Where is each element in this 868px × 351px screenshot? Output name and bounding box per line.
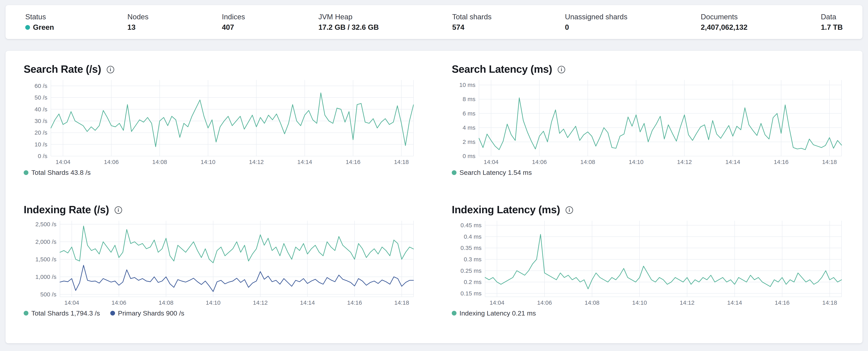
chart-title: Indexing Rate (/s) <box>24 204 109 215</box>
svg-text:14:12: 14:12 <box>249 159 264 165</box>
legend-item: Primary Shards 900 /s <box>110 309 184 317</box>
stat-nodes: Nodes 13 <box>127 13 149 31</box>
stat-label: Unassigned shards <box>565 13 627 21</box>
legend-dot-icon <box>24 170 28 175</box>
search-latency-plot[interactable]: 0 ms2 ms4 ms6 ms8 ms10 ms14:0414:0614:08… <box>452 80 844 166</box>
stat-status: Status Green <box>25 13 54 31</box>
svg-text:14:04: 14:04 <box>490 300 504 306</box>
svg-text:2 ms: 2 ms <box>463 139 475 145</box>
chart-title: Search Rate (/s) <box>24 64 101 75</box>
svg-text:14:12: 14:12 <box>253 300 268 306</box>
svg-text:14:16: 14:16 <box>346 159 361 165</box>
legend-item: Search Latency 1.54 ms <box>452 169 532 176</box>
chart-header: Search Rate (/s) i <box>24 64 416 75</box>
svg-text:0.2 ms: 0.2 ms <box>464 279 482 285</box>
svg-text:14:18: 14:18 <box>394 300 409 306</box>
svg-text:14:14: 14:14 <box>727 300 742 306</box>
svg-text:14:10: 14:10 <box>206 300 221 306</box>
svg-text:8 ms: 8 ms <box>463 96 475 103</box>
chart-header: Indexing Rate (/s) i <box>24 204 416 215</box>
svg-text:14:04: 14:04 <box>56 159 70 165</box>
svg-text:0.3 ms: 0.3 ms <box>464 256 482 262</box>
svg-text:0.35 ms: 0.35 ms <box>460 245 482 251</box>
legend-label: Primary Shards 900 /s <box>118 309 184 317</box>
svg-text:1,500 /s: 1,500 /s <box>35 256 56 262</box>
chart-title: Indexing Latency (ms) <box>452 204 560 215</box>
svg-text:14:06: 14:06 <box>104 159 119 165</box>
chart-indexing-latency: Indexing Latency (ms) i 0.15 ms0.2 ms0.2… <box>452 204 844 317</box>
legend-dot-icon <box>24 311 28 316</box>
legend-dot-icon <box>452 311 457 316</box>
status-value: Green <box>25 24 54 31</box>
stat-value: 574 <box>452 24 492 31</box>
svg-text:0.25 ms: 0.25 ms <box>460 267 482 274</box>
svg-text:14:18: 14:18 <box>822 300 837 306</box>
info-icon[interactable]: i <box>565 206 573 214</box>
svg-text:14:18: 14:18 <box>394 159 409 165</box>
info-icon[interactable]: i <box>115 206 122 214</box>
chart-header: Search Latency (ms) i <box>452 64 844 75</box>
svg-text:10 /s: 10 /s <box>34 141 48 148</box>
svg-text:500 /s: 500 /s <box>40 291 56 297</box>
svg-text:20 /s: 20 /s <box>34 129 48 136</box>
svg-text:0 ms: 0 ms <box>463 153 475 159</box>
svg-text:60 /s: 60 /s <box>34 82 48 89</box>
svg-text:14:06: 14:06 <box>112 300 126 306</box>
stat-unassigned-shards: Unassigned shards 0 <box>565 13 627 31</box>
svg-text:14:16: 14:16 <box>775 300 789 306</box>
indexing-rate-plot[interactable]: 500 /s1,000 /s1,500 /s2,000 /s2,500 /s14… <box>24 221 416 306</box>
legend-label: Total Shards 1,794.3 /s <box>31 309 100 317</box>
stat-label: Indices <box>222 13 245 21</box>
svg-text:14:08: 14:08 <box>585 300 599 306</box>
stat-value: 1.7 TB <box>821 24 843 31</box>
legend-dot-icon <box>452 170 457 175</box>
stat-data-size: Data 1.7 TB <box>821 13 843 31</box>
legend-dot-icon <box>110 311 115 316</box>
legend-item: Total Shards 43.8 /s <box>24 169 91 176</box>
svg-text:30 /s: 30 /s <box>34 118 48 124</box>
chart-legend: Total Shards 1,794.3 /s Primary Shards 9… <box>24 309 416 317</box>
svg-text:1,000 /s: 1,000 /s <box>35 273 56 280</box>
svg-text:14:12: 14:12 <box>677 159 692 165</box>
stat-indices: Indices 407 <box>222 13 245 31</box>
chart-legend: Indexing Latency 0.21 ms <box>452 309 844 317</box>
legend-item: Indexing Latency 0.21 ms <box>452 309 536 317</box>
svg-text:10 ms: 10 ms <box>459 82 475 88</box>
charts-grid: Search Rate (/s) i 0 /s10 /s20 /s30 /s40… <box>24 64 844 317</box>
svg-text:2,500 /s: 2,500 /s <box>35 221 56 227</box>
stat-label: Documents <box>701 13 747 21</box>
chart-legend: Search Latency 1.54 ms <box>452 169 844 176</box>
stat-value: 407 <box>222 24 245 31</box>
stat-label: Data <box>821 13 843 21</box>
svg-text:14:10: 14:10 <box>632 300 647 306</box>
svg-text:14:10: 14:10 <box>200 159 215 165</box>
search-rate-plot[interactable]: 0 /s10 /s20 /s30 /s40 /s50 /s60 /s14:041… <box>24 80 416 166</box>
stat-documents: Documents 2,407,062,132 <box>701 13 747 31</box>
svg-text:14:10: 14:10 <box>629 159 644 165</box>
svg-text:14:14: 14:14 <box>725 159 740 165</box>
indexing-latency-plot[interactable]: 0.15 ms0.2 ms0.25 ms0.3 ms0.35 ms0.4 ms0… <box>452 221 844 306</box>
chart-search-latency: Search Latency (ms) i 0 ms2 ms4 ms6 ms8 … <box>452 64 844 176</box>
svg-text:14:14: 14:14 <box>300 300 315 306</box>
legend-label: Total Shards 43.8 /s <box>31 169 91 176</box>
info-icon[interactable]: i <box>558 66 565 73</box>
stat-label: Nodes <box>127 13 149 21</box>
svg-text:14:18: 14:18 <box>822 159 837 165</box>
svg-text:50 /s: 50 /s <box>34 94 48 101</box>
stat-value: 0 <box>565 24 627 31</box>
stat-jvm-heap: JVM Heap 17.2 GB / 32.6 GB <box>318 13 379 31</box>
status-text: Green <box>33 24 54 31</box>
status-green-dot-icon <box>25 25 30 30</box>
svg-text:0.45 ms: 0.45 ms <box>460 222 482 229</box>
chart-header: Indexing Latency (ms) i <box>452 204 844 215</box>
svg-text:14:16: 14:16 <box>774 159 788 165</box>
svg-text:14:08: 14:08 <box>152 159 167 165</box>
info-icon[interactable]: i <box>107 66 114 73</box>
svg-text:14:06: 14:06 <box>537 300 552 306</box>
chart-legend: Total Shards 43.8 /s <box>24 169 416 176</box>
stat-label: Total shards <box>452 13 492 21</box>
metrics-panel: Search Rate (/s) i 0 /s10 /s20 /s30 /s40… <box>5 51 863 343</box>
svg-text:0.4 ms: 0.4 ms <box>464 233 482 240</box>
legend-item: Total Shards 1,794.3 /s <box>24 309 100 317</box>
svg-text:14:08: 14:08 <box>159 300 174 306</box>
